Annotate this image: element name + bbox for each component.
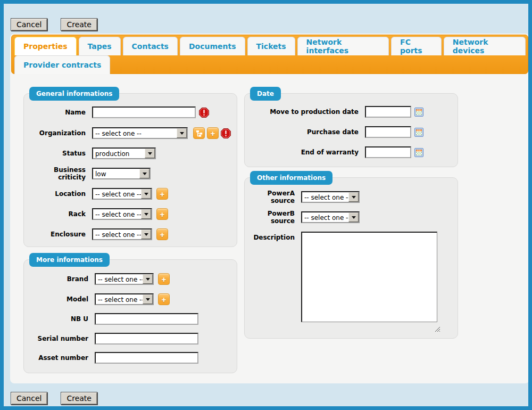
tab-tapes[interactable]: Tapes [79, 37, 121, 55]
tab-network-interfaces[interactable]: Network interfaces [297, 37, 389, 55]
model-select[interactable]: -- select one -- [95, 293, 154, 305]
end-of-warranty-date-picker-button[interactable] [414, 148, 423, 157]
form-row-asset-number: Asset number [29, 352, 234, 364]
chevron-down-icon [145, 149, 155, 158]
organization-hierarchy-button[interactable] [193, 127, 205, 139]
organization-select[interactable]: -- select one -- [92, 127, 188, 139]
plus-icon: + [160, 231, 165, 239]
tab-row-1: Properties Tapes Contacts Documents Tick… [12, 37, 528, 55]
status-select-value: production [93, 149, 145, 158]
rack-select[interactable]: -- select one -- [92, 208, 152, 220]
tab-fc-ports[interactable]: FC ports [391, 37, 442, 55]
rack-label: Rack [29, 210, 86, 218]
powerb-source-select[interactable]: -- select one -- [301, 211, 360, 223]
section-title-date: Date [250, 87, 281, 101]
tab-documents[interactable]: Documents [180, 37, 245, 55]
form-row-purchase-date: Purchase date [250, 126, 454, 138]
plus-icon: + [162, 275, 167, 283]
powera-source-select[interactable]: -- select one -- [301, 191, 360, 203]
date-section: Date Move to production date [244, 93, 458, 167]
form-row-serial-number: Serial number [29, 333, 234, 345]
asset-number-input[interactable] [95, 352, 198, 364]
location-label: Location [29, 190, 86, 198]
create-button[interactable]: Create [61, 392, 97, 405]
status-label: Status [29, 150, 86, 157]
top-toolbar: Cancel Create [11, 18, 97, 31]
move-to-production-date-picker-button[interactable] [414, 108, 423, 117]
tab-tickets[interactable]: Tickets [247, 37, 295, 55]
add-brand-button[interactable]: + [158, 273, 170, 285]
plus-icon: + [160, 210, 165, 218]
plus-icon: + [211, 129, 215, 137]
error-icon [221, 128, 231, 138]
asset-number-label: Asset number [29, 354, 88, 362]
description-label: Description [250, 232, 295, 241]
form-row-enclosure: Enclosure -- select one -- + [29, 228, 234, 240]
plus-icon: + [162, 296, 167, 304]
nb-u-input[interactable] [95, 313, 198, 325]
enclosure-select[interactable]: -- select one -- [92, 228, 152, 240]
tab-network-devices[interactable]: Network devices [444, 37, 526, 55]
rack-select-value: -- select one -- [93, 209, 141, 219]
name-input[interactable] [92, 106, 196, 118]
model-select-value: -- select one -- [96, 294, 143, 304]
status-select[interactable]: production [92, 147, 156, 159]
description-textarea[interactable] [301, 232, 437, 322]
form-row-name: Name [29, 106, 234, 118]
powerb-source-label: PowerB source [250, 210, 295, 225]
serial-number-label: Serial number [29, 335, 88, 342]
tab-provider-contracts[interactable]: Provider contracts [14, 55, 110, 74]
hierarchy-icon [196, 130, 203, 137]
add-rack-button[interactable]: + [156, 208, 168, 220]
form-row-status: Status production [29, 147, 234, 159]
move-to-production-date-input[interactable] [365, 106, 411, 118]
tab-properties[interactable]: Properties [14, 37, 77, 55]
resize-grip-icon[interactable] [434, 324, 440, 331]
form-row-brand: Brand -- select one -- + [29, 273, 234, 285]
name-label: Name [29, 109, 86, 116]
other-informations-section: Other informations PowerA source -- sele… [244, 177, 458, 339]
nb-u-label: NB U [29, 315, 88, 323]
enclosure-label: Enclosure [29, 231, 86, 238]
model-label: Model [29, 296, 88, 303]
form-row-business-criticity: Business criticity low [29, 168, 234, 179]
business-criticity-label: Business criticity [29, 166, 86, 181]
chevron-down-icon [177, 128, 187, 138]
form-row-nb-u: NB U [29, 313, 234, 325]
powera-source-select-value: -- select one -- [302, 192, 348, 202]
add-location-button[interactable]: + [156, 188, 168, 200]
purchase-date-label: Purchase date [250, 128, 359, 136]
chevron-down-icon [141, 229, 151, 239]
content-panel: Properties Tapes Contacts Documents Tick… [10, 34, 529, 383]
business-criticity-select[interactable]: low [92, 168, 151, 179]
create-button[interactable]: Create [61, 18, 97, 31]
purchase-date-input[interactable] [365, 126, 411, 138]
add-enclosure-button[interactable]: + [156, 228, 168, 240]
purchase-date-picker-button[interactable] [414, 128, 423, 137]
add-organization-button[interactable]: + [207, 127, 219, 139]
chevron-down-icon [141, 189, 151, 199]
cancel-button[interactable]: Cancel [11, 392, 47, 405]
form-row-rack: Rack -- select one -- + [29, 208, 234, 220]
tab-row-2: Provider contracts [12, 55, 528, 74]
business-criticity-select-value: low [93, 169, 139, 178]
calendar-icon [414, 108, 423, 117]
tab-bar: Properties Tapes Contacts Documents Tick… [11, 35, 528, 74]
tab-contacts[interactable]: Contacts [123, 37, 178, 55]
bottom-toolbar: Cancel Create [11, 392, 97, 405]
chevron-down-icon [139, 169, 149, 178]
end-of-warranty-input[interactable] [365, 146, 411, 158]
add-model-button[interactable]: + [158, 293, 170, 305]
enclosure-select-value: -- select one -- [93, 229, 141, 239]
brand-select[interactable]: -- select one -- [95, 273, 154, 285]
location-select[interactable]: -- select one -- [92, 188, 152, 200]
chevron-down-icon [348, 212, 359, 222]
calendar-icon [414, 148, 423, 157]
location-select-value: -- select one -- [93, 189, 141, 199]
end-of-warranty-label: End of warranty [250, 149, 359, 156]
form-row-location: Location -- select one -- + [29, 188, 234, 200]
cancel-button[interactable]: Cancel [11, 18, 47, 31]
chevron-down-icon [143, 274, 153, 284]
serial-number-input[interactable] [95, 333, 198, 345]
form-row-model: Model -- select one -- + [29, 293, 234, 305]
